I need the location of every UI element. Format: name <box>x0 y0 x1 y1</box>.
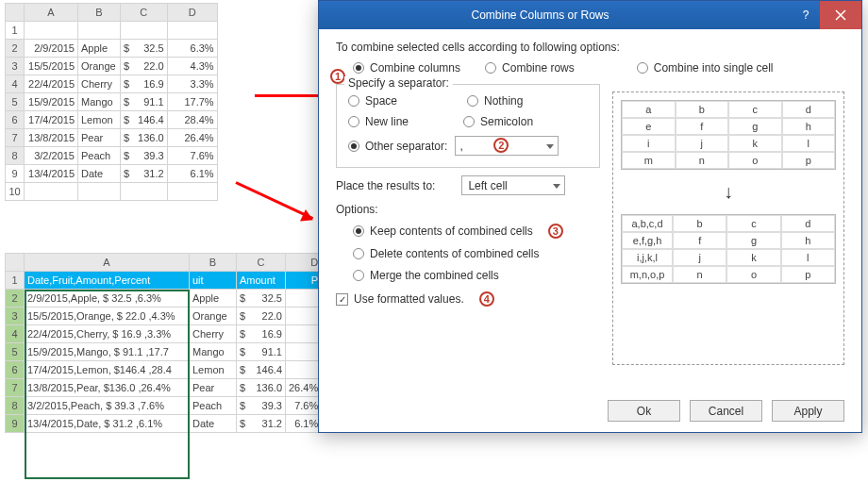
cell[interactable]: 39.3 <box>251 397 286 415</box>
header-cell[interactable]: Amount <box>237 272 286 290</box>
cell[interactable]: $ <box>237 361 251 379</box>
row-header[interactable]: 1 <box>6 22 25 40</box>
cell[interactable]: 15/5/2015 <box>25 58 78 75</box>
cell[interactable]: $ <box>237 379 251 397</box>
cell[interactable]: $ <box>121 129 133 147</box>
cell[interactable]: 7.6% <box>167 147 217 165</box>
row-header[interactable]: 4 <box>6 325 25 343</box>
cell[interactable]: 22/4/2015,Cherry, $ 16.9 ,3.3% <box>25 325 190 343</box>
source-spreadsheet[interactable]: ABCD 1DateFruitAmountPercent 22/9/2015Ap… <box>5 3 218 201</box>
col-header[interactable]: C <box>121 4 168 22</box>
cell[interactable]: 15/9/2015 <box>25 93 78 111</box>
cell[interactable]: 13/4/2015 <box>25 165 78 183</box>
opt-keep-radio[interactable]: Keep contents of combined cells3 <box>353 224 600 239</box>
cell[interactable]: $ <box>121 147 133 165</box>
col-header[interactable]: A <box>25 4 78 22</box>
cell[interactable]: $ <box>121 165 133 183</box>
cell[interactable]: Mango <box>78 93 121 111</box>
row-header[interactable]: 5 <box>6 93 25 111</box>
cancel-button[interactable]: Cancel <box>690 400 762 422</box>
cell[interactable]: 13/4/2015,Date, $ 31.2 ,6.1% <box>25 415 190 433</box>
cell[interactable]: 15/5/2015,Orange, $ 22.0 ,4.3% <box>25 307 190 325</box>
cell[interactable]: $ <box>121 58 133 75</box>
cell[interactable]: 17.7% <box>167 93 217 111</box>
cell[interactable]: $ <box>237 307 251 325</box>
cell[interactable] <box>286 290 322 307</box>
cell[interactable]: 6.1% <box>167 165 217 183</box>
help-button[interactable]: ? <box>792 8 820 22</box>
cell[interactable]: 91.1 <box>251 343 286 361</box>
cell[interactable]: Orange <box>190 307 237 325</box>
row-header[interactable]: 8 <box>6 147 25 165</box>
cell[interactable]: Pear <box>78 129 121 147</box>
cell[interactable]: 2/9/2015 <box>25 40 78 58</box>
cell[interactable]: Peach <box>190 397 237 415</box>
row-header[interactable]: 8 <box>6 397 25 415</box>
place-results-select[interactable]: Left cell <box>461 175 565 195</box>
cell[interactable]: 39.3 <box>132 147 167 165</box>
cell[interactable]: $ <box>121 40 133 58</box>
cell[interactable]: 17/4/2015,Lemon, $146.4 ,28.4 <box>25 361 190 379</box>
row-header[interactable]: 6 <box>6 111 25 129</box>
cell[interactable]: $ <box>237 325 251 343</box>
header-cell[interactable]: Fruit <box>78 22 121 40</box>
cell[interactable]: 22/4/2015 <box>25 75 78 93</box>
cell[interactable]: Pear <box>190 379 237 397</box>
col-header[interactable]: A <box>25 254 190 272</box>
formatted-values-checkbox[interactable]: ✓ <box>336 293 348 306</box>
row-header[interactable]: 10 <box>6 183 25 201</box>
ok-button[interactable]: Ok <box>608 400 680 422</box>
cell[interactable]: 22.0 <box>251 307 286 325</box>
cell[interactable]: 4.3% <box>167 58 217 75</box>
cell[interactable]: Apple <box>78 40 121 58</box>
combine-rows-radio[interactable]: Combine rows <box>485 61 575 75</box>
cell[interactable]: 28.4% <box>167 111 217 129</box>
cell[interactable]: Cherry <box>78 75 121 93</box>
row-header[interactable]: 3 <box>6 307 25 325</box>
cell[interactable]: 31.2 <box>132 165 167 183</box>
corner-cell[interactable] <box>6 4 25 22</box>
row-header[interactable]: 7 <box>6 379 25 397</box>
cell[interactable]: $ <box>237 290 251 307</box>
opt-merge-radio[interactable]: Merge the combined cells <box>353 269 600 282</box>
row-header[interactable]: 2 <box>6 290 25 307</box>
cell[interactable]: 15/9/2015,Mango, $ 91.1 ,17.7 <box>25 343 190 361</box>
cell[interactable]: 26.4% <box>286 379 322 397</box>
cell[interactable]: 91.1 <box>132 93 167 111</box>
sep-newline-radio[interactable]: New line <box>348 115 409 128</box>
separator-input[interactable]: ,2 <box>455 136 559 156</box>
cell[interactable] <box>286 307 322 325</box>
cell[interactable]: 3/2/2015 <box>25 147 78 165</box>
row-header[interactable]: 5 <box>6 343 25 361</box>
corner-cell[interactable] <box>6 254 25 272</box>
row-header[interactable]: 9 <box>6 415 25 433</box>
cell[interactable]: 2/9/2015,Apple, $ 32.5 ,6.3% <box>25 290 190 307</box>
cell[interactable]: 13/8/2015 <box>25 129 78 147</box>
cell[interactable] <box>167 183 217 201</box>
sep-other-radio[interactable]: Other separator: <box>348 140 447 153</box>
row-header[interactable]: 7 <box>6 129 25 147</box>
cell[interactable]: $ <box>121 75 133 93</box>
cell[interactable] <box>25 183 78 201</box>
cell[interactable]: Lemon <box>78 111 121 129</box>
cell[interactable]: Mango <box>190 343 237 361</box>
cell[interactable]: 7.6% <box>286 397 322 415</box>
cell[interactable]: 6.3% <box>167 40 217 58</box>
header-cell[interactable]: uit <box>190 272 237 290</box>
cell[interactable]: 22.0 <box>132 58 167 75</box>
cell[interactable]: $ <box>121 93 133 111</box>
cell[interactable]: 6.1% <box>286 415 322 433</box>
header-cell[interactable]: Amount <box>121 22 168 40</box>
combine-columns-radio[interactable]: Combine columns <box>353 61 460 75</box>
header-cell[interactable]: Date,Fruit,Amount,Percent <box>25 272 190 290</box>
cell[interactable]: 136.0 <box>132 129 167 147</box>
header-cell[interactable]: Percent <box>167 22 217 40</box>
row-header[interactable]: 2 <box>6 40 25 58</box>
cell[interactable]: 3/2/2015,Peach, $ 39.3 ,7.6% <box>25 397 190 415</box>
cell[interactable]: Cherry <box>190 325 237 343</box>
cell[interactable]: Orange <box>78 58 121 75</box>
cell[interactable]: 17/4/2015 <box>25 111 78 129</box>
cell[interactable] <box>121 183 168 201</box>
cell[interactable]: 16.9 <box>251 325 286 343</box>
cell[interactable]: 146.4 <box>132 111 167 129</box>
